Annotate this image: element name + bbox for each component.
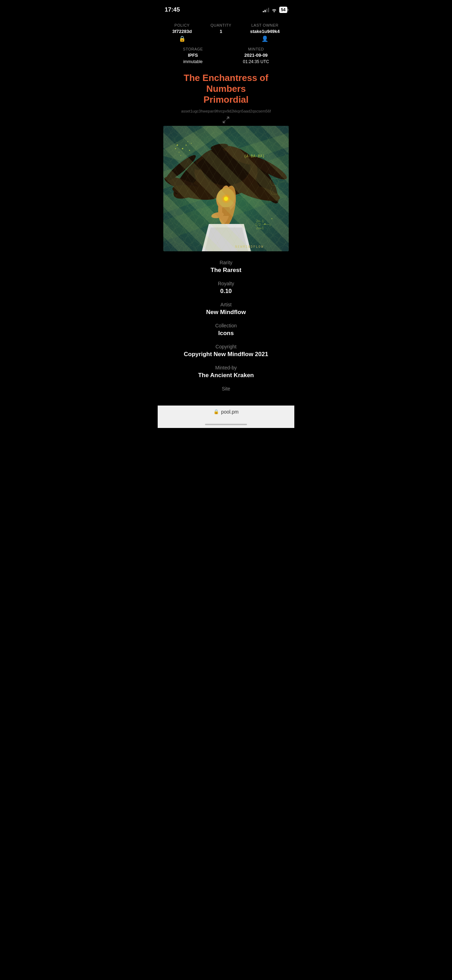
minted-item: MINTED 2021-09-09 01:24:35 UTC: [243, 47, 269, 64]
detail-label-4: Copyright: [215, 344, 237, 350]
detail-item-3: CollectionIcons: [165, 323, 287, 337]
detail-item-2: ArtistNew Mindflow: [165, 302, 287, 316]
nft-title: The Enchantress of Numbers Primordial: [165, 73, 287, 105]
meta-section-2: STORAGE IPFS immutable MINTED 2021-09-09…: [158, 46, 294, 67]
detail-value-2: New Mindflow: [206, 309, 246, 316]
detail-item-0: RarityThe Rarest: [165, 260, 287, 274]
status-time: 17:45: [165, 6, 180, 13]
home-indicator: [158, 422, 294, 428]
detail-label-5: Minted-by: [215, 365, 237, 371]
lock-icon: 🔒: [179, 35, 186, 42]
nft-image-container[interactable]: {A·BA·BA} 2n-1 1/2 ──── 2n+1 NEWMINDFLOW: [163, 126, 289, 251]
nft-subtitle: Primordial: [204, 94, 249, 105]
detail-item-1: Royalty0.10: [165, 281, 287, 295]
quantity-item: QUANTITY 1: [210, 23, 232, 34]
signal-icon: [263, 7, 269, 12]
detail-value-5: The Ancient Kraken: [198, 372, 254, 379]
artwork-rays: [163, 126, 289, 251]
storage-value: IPFS: [188, 52, 198, 58]
storage-sub: immutable: [183, 59, 202, 64]
details-section: RarityThe RarestRoyalty0.10ArtistNew Min…: [158, 251, 294, 406]
status-icons: 54: [263, 7, 287, 13]
minted-time: 01:24:35 UTC: [243, 59, 269, 64]
detail-label-0: Rarity: [220, 260, 232, 265]
policy-value: 3f72283d: [172, 29, 192, 34]
bottom-bar: 🔒 pool.pm: [158, 406, 294, 422]
storage-label: STORAGE: [183, 47, 203, 51]
svg-line-0: [227, 117, 229, 119]
detail-value-1: 0.10: [220, 288, 232, 295]
meta-section: POLICY 3f72283d 🔒 QUANTITY 1 LAST OWNER …: [158, 18, 294, 46]
detail-value-4: Copyright New Mindflow 2021: [184, 351, 268, 358]
detail-value-3: Icons: [218, 330, 234, 337]
detail-item-5: Minted-byThe Ancient Kraken: [165, 365, 287, 379]
last-owner-item: LAST OWNER stake1u949k4 👤: [250, 23, 280, 42]
wifi-icon: [271, 8, 277, 12]
battery-icon: 54: [279, 7, 287, 13]
detail-item-4: CopyrightCopyright New Mindflow 2021: [165, 344, 287, 358]
site-url: pool.pm: [221, 409, 239, 415]
detail-label-6: Site: [222, 386, 230, 391]
detail-label-1: Royalty: [218, 281, 234, 286]
detail-label-3: Collection: [215, 323, 237, 328]
minted-label: MINTED: [248, 47, 264, 51]
lock-icon: 🔒: [213, 409, 219, 414]
quantity-label: QUANTITY: [210, 23, 232, 27]
expand-icon-container[interactable]: [158, 115, 294, 126]
storage-item: STORAGE IPFS immutable: [183, 47, 203, 64]
title-section: The Enchantress of Numbers Primordial: [158, 67, 294, 107]
nft-artwork: {A·BA·BA} 2n-1 1/2 ──── 2n+1 NEWMINDFLOW: [163, 126, 289, 251]
svg-line-1: [223, 120, 225, 123]
policy-label: POLICY: [175, 23, 189, 27]
expand-icon[interactable]: [222, 116, 230, 124]
person-icon: 👤: [261, 35, 268, 42]
detail-item-6: Site: [165, 386, 287, 393]
status-bar: 17:45 54: [158, 0, 294, 18]
asset-id: asset1ugc3hwepan9fnrcpv9d2kkqn5aad2qscse…: [158, 107, 294, 115]
last-owner-value: stake1u949k4: [250, 29, 280, 34]
last-owner-label: LAST OWNER: [251, 23, 279, 27]
detail-label-2: Artist: [220, 302, 232, 307]
quantity-value: 1: [220, 29, 222, 34]
nft-title-line1: The Enchantress of Numbers: [184, 73, 268, 94]
detail-value-0: The Rarest: [210, 267, 242, 274]
minted-date: 2021-09-09: [244, 52, 268, 58]
policy-item: POLICY 3f72283d 🔒: [172, 23, 192, 42]
home-bar: [205, 424, 247, 425]
